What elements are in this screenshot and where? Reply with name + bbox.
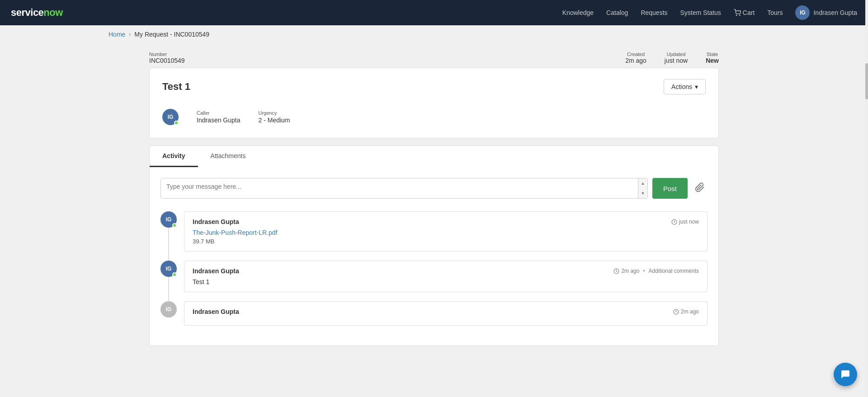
activity-avatar-2: IG <box>160 261 177 277</box>
online-status-dot <box>174 121 179 125</box>
actions-chevron-icon: ▾ <box>695 83 698 90</box>
number-value: INC0010549 <box>149 57 185 64</box>
card-header: Test 1 Actions ▾ <box>162 79 706 94</box>
activity-time-2: 2m ago • Additional comments <box>613 268 699 274</box>
additional-comments-2: Additional comments <box>649 268 699 274</box>
file-size-1: 39.7 MB <box>193 238 699 245</box>
breadcrumb-current: My Request - INC0010549 <box>134 31 209 38</box>
message-textarea-wrapper: ▲ ▼ <box>160 178 648 199</box>
activity-panel: ▲ ▼ Post IG <box>149 167 719 346</box>
actions-button[interactable]: Actions ▾ <box>664 79 706 94</box>
user-avatar: IG <box>795 5 810 20</box>
nav-cart[interactable]: Cart <box>734 9 755 16</box>
timeline-line-2 <box>168 277 169 301</box>
urgency-value: 2 - Medium <box>259 117 290 124</box>
nav-tours[interactable]: Tours <box>767 9 783 16</box>
attach-button[interactable] <box>692 178 708 199</box>
activity-content-1: Indrasen Gupta just now The-Junk-Push-Re… <box>184 211 708 261</box>
incident-card: Test 1 Actions ▾ IG Caller Indrasen Gupt… <box>149 68 719 138</box>
tab-attachments[interactable]: Attachments <box>198 146 259 167</box>
tabs-bar: Activity Attachments <box>149 145 719 167</box>
created-field: Created 2m ago <box>625 51 646 64</box>
nav-links: Knowledge Catalog Requests System Status… <box>562 5 857 20</box>
activity-card-header-3: Indrasen Gupta 2m ago <box>193 308 699 315</box>
navbar: servicenow Knowledge Catalog Requests Sy… <box>0 0 868 25</box>
main-content: Number INC0010549 Created 2m ago Updated… <box>140 43 728 364</box>
scrollbar-thumb[interactable] <box>865 63 868 99</box>
activity-card-header-1: Indrasen Gupta just now <box>193 218 699 225</box>
activity-item-3: IG Indrasen Gupta 2m ago <box>160 301 708 335</box>
chat-button[interactable] <box>834 363 857 364</box>
created-value: 2m ago <box>625 57 646 64</box>
timeline-1: IG <box>160 211 177 261</box>
breadcrumb-chevron: › <box>129 31 131 37</box>
nav-catalog[interactable]: Catalog <box>606 9 628 16</box>
timeline-2: IG <box>160 261 177 301</box>
timeline-line-1 <box>168 228 169 261</box>
state-value: New <box>706 57 719 64</box>
caller-name: Indrasen Gupta <box>197 117 241 124</box>
user-menu[interactable]: IG Indrasen Gupta <box>795 5 857 20</box>
message-input-row: ▲ ▼ Post <box>160 178 708 199</box>
online-dot-2 <box>172 272 177 277</box>
nav-knowledge[interactable]: Knowledge <box>562 9 594 16</box>
paperclip-icon <box>695 182 705 195</box>
caller-label: Caller <box>197 110 241 116</box>
activity-user-1: Indrasen Gupta <box>193 218 239 225</box>
stepper-up[interactable]: ▲ <box>638 178 647 188</box>
activity-card-3: Indrasen Gupta 2m ago <box>184 301 708 326</box>
scrollbar[interactable] <box>865 0 868 364</box>
activity-user-2: Indrasen Gupta <box>193 267 239 275</box>
activity-list: IG Indrasen Gupta just now <box>160 211 708 335</box>
activity-item-2: IG Indrasen Gupta 2m ago • Ad <box>160 261 708 301</box>
caller-field: Caller Indrasen Gupta <box>197 110 241 124</box>
tab-activity[interactable]: Activity <box>150 146 198 167</box>
state-field: State New <box>706 51 719 64</box>
incident-title: Test 1 <box>162 81 190 93</box>
actions-label: Actions <box>671 83 692 90</box>
user-name: Indrasen Gupta <box>813 9 857 16</box>
activity-time-3: 2m ago <box>673 308 699 315</box>
attachment-link-1[interactable]: The-Junk-Push-Report-LR.pdf <box>193 229 278 236</box>
activity-card-header-2: Indrasen Gupta 2m ago • Additional comme… <box>193 267 699 275</box>
brand-name: servicenow <box>11 7 63 19</box>
clock-icon-3 <box>673 309 679 315</box>
number-label: Number <box>149 51 185 57</box>
updated-value: just now <box>665 57 688 64</box>
svg-point-0 <box>736 15 736 15</box>
activity-card-1: Indrasen Gupta just now The-Junk-Push-Re… <box>184 211 708 252</box>
clock-icon-1 <box>671 219 677 225</box>
state-label: State <box>706 51 719 57</box>
comment-2: Test 1 <box>193 278 699 285</box>
activity-avatar-1: IG <box>160 211 177 228</box>
urgency-field: Urgency 2 - Medium <box>259 110 290 124</box>
breadcrumb: Home › My Request - INC0010549 <box>0 25 868 43</box>
activity-content-2: Indrasen Gupta 2m ago • Additional comme… <box>184 261 708 301</box>
meta-row: Number INC0010549 Created 2m ago Updated… <box>149 43 719 68</box>
card-info-row: IG Caller Indrasen Gupta Urgency 2 - Med… <box>162 105 706 125</box>
post-button[interactable]: Post <box>652 178 688 199</box>
caller-avatar: IG <box>162 109 179 125</box>
message-input[interactable] <box>161 178 638 198</box>
updated-field: Updated just now <box>665 51 688 64</box>
clock-icon-2 <box>613 268 619 274</box>
nav-system-status[interactable]: System Status <box>680 9 721 16</box>
meta-fields: Created 2m ago Updated just now State Ne… <box>625 51 719 64</box>
cart-label: Cart <box>743 9 755 16</box>
activity-avatar-3: IG <box>160 301 177 318</box>
activity-card-2: Indrasen Gupta 2m ago • Additional comme… <box>184 261 708 292</box>
timeline-3: IG <box>160 301 177 335</box>
incident-number-block: Number INC0010549 <box>149 51 185 64</box>
textarea-stepper: ▲ ▼ <box>638 178 647 198</box>
breadcrumb-home[interactable]: Home <box>108 31 125 38</box>
nav-requests[interactable]: Requests <box>641 9 667 16</box>
stepper-down[interactable]: ▼ <box>638 188 647 198</box>
activity-content-3: Indrasen Gupta 2m ago <box>184 301 708 335</box>
activity-item: IG Indrasen Gupta just now <box>160 211 708 261</box>
urgency-label: Urgency <box>259 110 290 116</box>
activity-user-3: Indrasen Gupta <box>193 308 239 315</box>
svg-point-1 <box>739 15 740 15</box>
brand-logo[interactable]: servicenow <box>11 7 63 19</box>
activity-time-1: just now <box>671 219 699 225</box>
created-label: Created <box>625 51 646 57</box>
